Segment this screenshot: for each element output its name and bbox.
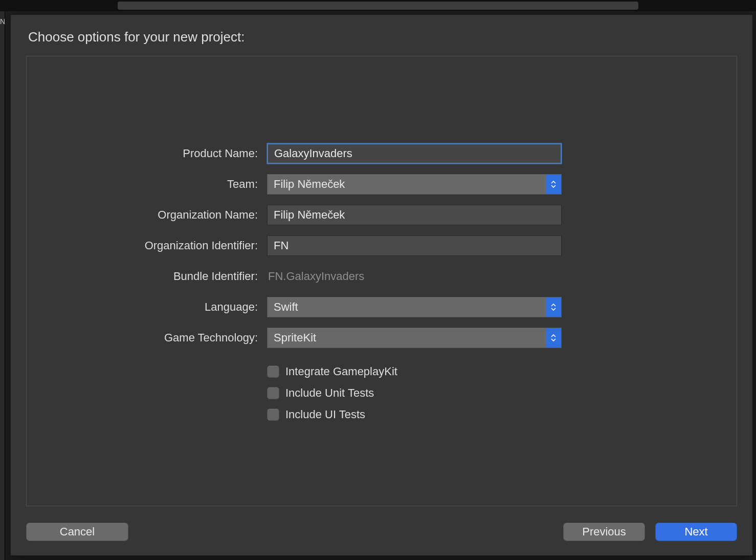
row-bundle-identifier: Bundle Identifier: FN.GalaxyInvaders	[27, 266, 737, 287]
include-unit-tests-checkbox[interactable]	[267, 387, 279, 399]
label-language: Language:	[27, 300, 267, 314]
label-team: Team:	[27, 178, 267, 191]
row-include-ui-tests: Include UI Tests	[267, 405, 737, 424]
team-select-value: Filip Němeček	[268, 178, 546, 191]
row-org-identifier: Organization Identifier:	[27, 235, 737, 256]
next-button[interactable]: Next	[655, 523, 737, 541]
organization-name-input[interactable]	[267, 205, 562, 225]
dialog-title: Choose options for your new project:	[28, 29, 244, 45]
include-unit-tests-label: Include Unit Tests	[285, 386, 374, 400]
integrate-gameplaykit-label: Integrate GameplayKit	[285, 365, 397, 378]
row-org-name: Organization Name:	[27, 205, 737, 225]
language-select[interactable]: Swift	[267, 297, 562, 317]
row-integrate-gameplaykit: Integrate GameplayKit	[267, 362, 737, 381]
row-language: Language: Swift	[27, 297, 737, 317]
label-product-name: Product Name:	[27, 147, 267, 160]
organization-identifier-input[interactable]	[267, 235, 562, 256]
new-project-options-dialog: Choose options for your new project: Pro…	[10, 14, 753, 556]
updown-stepper-icon	[546, 175, 561, 194]
window-titlebar	[0, 0, 756, 11]
toolbar-placeholder	[118, 2, 638, 10]
updown-stepper-icon	[546, 297, 561, 317]
row-game-technology: Game Technology: SpriteKit	[27, 328, 737, 348]
background-sliver: N	[0, 11, 5, 560]
product-name-input[interactable]	[267, 143, 562, 164]
label-org-identifier: Organization Identifier:	[27, 239, 267, 252]
include-ui-tests-label: Include UI Tests	[285, 408, 365, 421]
label-game-technology: Game Technology:	[27, 331, 267, 344]
include-ui-tests-checkbox[interactable]	[267, 408, 279, 421]
form-frame: Product Name: Team: Filip Němeček	[26, 56, 737, 506]
row-product-name: Product Name:	[27, 143, 737, 164]
dialog-button-bar: Cancel Previous Next	[26, 522, 737, 542]
integrate-gameplaykit-checkbox[interactable]	[267, 365, 279, 378]
previous-button[interactable]: Previous	[563, 523, 645, 541]
updown-stepper-icon	[546, 328, 561, 348]
row-team: Team: Filip Němeček	[27, 174, 737, 195]
bundle-identifier-value: FN.GalaxyInvaders	[267, 270, 364, 283]
form-area: Product Name: Team: Filip Němeček	[27, 143, 737, 427]
language-select-value: Swift	[268, 300, 546, 314]
game-technology-select[interactable]: SpriteKit	[267, 328, 562, 348]
label-bundle-identifier: Bundle Identifier:	[27, 270, 267, 283]
game-technology-select-value: SpriteKit	[268, 331, 546, 344]
row-include-unit-tests: Include Unit Tests	[267, 384, 737, 402]
cancel-button[interactable]: Cancel	[26, 523, 128, 541]
team-select[interactable]: Filip Němeček	[267, 174, 562, 195]
label-org-name: Organization Name:	[27, 208, 267, 222]
